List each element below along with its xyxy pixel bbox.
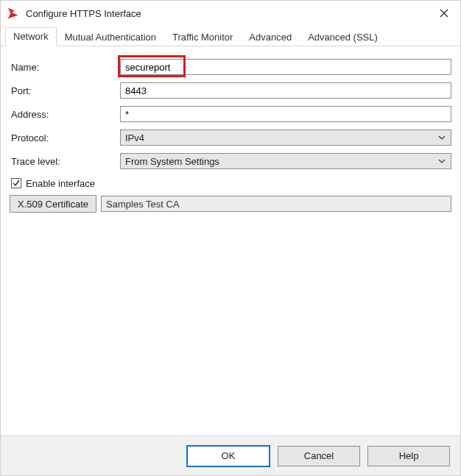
chevron-down-icon <box>436 135 448 140</box>
row-trace: Trace level: From System Settings <box>10 149 451 173</box>
address-input[interactable] <box>120 106 451 122</box>
tab-mutual-authentication[interactable]: Mutual Authentication <box>57 28 164 46</box>
row-address: Address: <box>10 102 451 126</box>
help-button[interactable]: Help <box>367 446 450 466</box>
row-enable[interactable]: Enable interface <box>10 173 451 193</box>
label-port: Port: <box>10 85 120 96</box>
close-button[interactable] <box>428 1 460 26</box>
tab-row: NetworkMutual AuthenticationTraffic Moni… <box>1 26 460 46</box>
row-name: Name: <box>10 55 451 79</box>
tab-network[interactable]: Network <box>5 27 57 46</box>
tab-traffic-monitor[interactable]: Traffic Monitor <box>164 28 241 46</box>
trace-value: From System Settings <box>125 156 436 167</box>
form-area: Name: Port: Address: Protocol: IPv4 <box>1 46 460 436</box>
cert-value: Samples Test CA <box>106 199 179 210</box>
cert-button-label: X.509 Certificate <box>18 199 88 210</box>
trace-select[interactable]: From System Settings <box>120 153 451 169</box>
chevron-down-icon <box>436 159 448 163</box>
titlebar: Configure HTTPS Interface <box>1 1 460 26</box>
port-input[interactable] <box>120 82 451 99</box>
app-icon <box>7 7 20 20</box>
name-input[interactable] <box>120 59 451 75</box>
ok-label: OK <box>222 450 236 461</box>
help-label: Help <box>399 450 419 461</box>
check-icon <box>13 180 20 187</box>
label-address: Address: <box>10 109 120 120</box>
dialog-window: Configure HTTPS Interface NetworkMutual … <box>0 0 461 476</box>
cancel-label: Cancel <box>304 450 334 461</box>
row-port: Port: <box>10 79 451 102</box>
button-bar: OK Cancel Help <box>1 436 460 475</box>
label-name: Name: <box>10 62 120 73</box>
close-icon <box>440 9 448 18</box>
window-title: Configure HTTPS Interface <box>26 8 428 19</box>
cert-button[interactable]: X.509 Certificate <box>10 195 96 213</box>
label-protocol: Protocol: <box>10 132 120 143</box>
tab-advanced[interactable]: Advanced <box>241 28 300 46</box>
protocol-select[interactable]: IPv4 <box>120 129 451 146</box>
row-protocol: Protocol: IPv4 <box>10 126 451 149</box>
cert-value-field: Samples Test CA <box>101 196 451 212</box>
row-cert: X.509 Certificate Samples Test CA <box>10 193 451 214</box>
cancel-button[interactable]: Cancel <box>278 446 360 466</box>
protocol-value: IPv4 <box>125 132 436 143</box>
ok-button[interactable]: OK <box>186 445 270 467</box>
tab-advanced-ssl-[interactable]: Advanced (SSL) <box>300 28 386 46</box>
enable-label: Enable interface <box>26 178 95 189</box>
enable-checkbox[interactable] <box>11 178 21 188</box>
label-trace: Trace level: <box>10 156 120 167</box>
